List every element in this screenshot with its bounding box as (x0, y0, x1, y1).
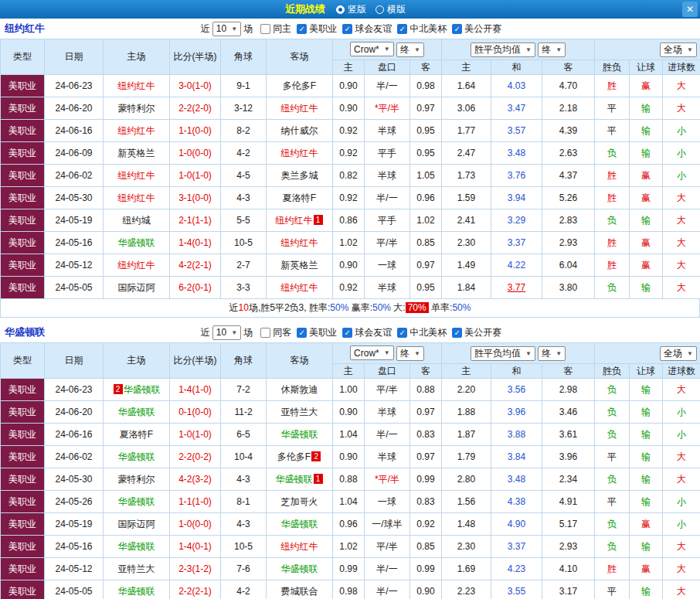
same-home-checkbox[interactable]: 同主 (260, 22, 291, 36)
euro-home-odds-cell: 1.56 (442, 491, 491, 513)
summary-part: 赢率: (348, 302, 372, 313)
score-cell: 4-2(3-2) (170, 468, 221, 491)
sub-col-header: 进球数 (663, 60, 700, 75)
scope-header: 全场▼ (595, 343, 700, 364)
match-date-cell: 24-05-30 (45, 468, 104, 491)
league-type-cell: 美职业 (1, 536, 45, 558)
match-date-cell: 24-05-05 (45, 580, 104, 599)
chevron-down-icon: ▼ (556, 350, 562, 357)
ah-home-odds-cell: 0.90 (333, 401, 365, 424)
league-checkbox-open-cup[interactable]: 美公开赛 (452, 326, 501, 339)
chevron-down-icon: ▼ (231, 329, 237, 336)
sub-col-header: 客 (542, 60, 595, 75)
ah-home-odds-cell: 0.96 (333, 513, 365, 536)
ah-line-cell: 半/一 (365, 580, 410, 599)
home-team-cell: 国际迈阿 (104, 513, 170, 536)
over-under-cell: 大 (663, 232, 700, 254)
league-checkbox-concacaf[interactable]: 中北美杯 (397, 22, 447, 36)
checkbox-label: 球会友谊 (355, 326, 392, 339)
over-under-cell: 小 (663, 401, 700, 424)
match-count-select[interactable]: 10 ▼ (212, 22, 241, 36)
handicap-result-cell: 赢 (630, 187, 663, 209)
corner-cell: 4-3 (221, 187, 267, 209)
sub-col-header: 主 (442, 60, 491, 75)
over-under-cell: 大 (663, 209, 700, 232)
games-label: 场 (243, 22, 253, 36)
ah-away-odds-cell: 0.97 (410, 401, 442, 424)
league-checkbox-friendly[interactable]: 球会友谊 (342, 326, 392, 339)
away-team-cell: 奥兰多城 (267, 165, 333, 187)
win-draw-loss-cell: 胜 (595, 187, 630, 209)
ah-home-odds-cell: 1.02 (333, 232, 365, 254)
odds-provider-select[interactable]: Crow*▼ (350, 42, 394, 56)
league-checkbox-concacaf[interactable]: 中北美杯 (397, 326, 447, 339)
corner-cell: 9-1 (221, 75, 267, 97)
euro-draw-odds-cell: 3.56 (491, 379, 542, 401)
team-name: 华盛顿联 (281, 429, 318, 440)
sub-col-header: 进球数 (663, 364, 700, 379)
over-under-cell: 大 (663, 254, 700, 277)
scope-select[interactable]: 全场▼ (660, 43, 697, 57)
summary-part: 场,胜5平2负3, 胜率: (249, 302, 330, 313)
table-row: 美职业24-06-02纽约红牛1-0(1-0)4-5奥兰多城0.82半球1.05… (1, 165, 700, 187)
odds-final-select[interactable]: 终▼ (396, 346, 424, 361)
results-table: 类型 日期 主场 比分(半场) 角球 客场 Crow*▼ 终▼ 胜平负均值▼ 终… (0, 39, 700, 299)
league-checkbox-friendly[interactable]: 球会友谊 (342, 22, 392, 36)
euro-draw-odds-cell: 3.57 (491, 120, 542, 142)
euro-away-odds-cell: 5.17 (542, 513, 595, 536)
over-under-cell: 大 (663, 580, 700, 599)
handicap-result-cell: 赢 (630, 165, 663, 187)
layout-radio-vertical[interactable]: 竖版 (336, 3, 366, 16)
radio-label: 竖版 (348, 3, 366, 16)
over-under-cell: 小 (663, 142, 700, 165)
odds-final-select[interactable]: 终▼ (396, 43, 424, 57)
score-cell: 4-2(2-1) (170, 254, 221, 277)
euro-final-select[interactable]: 终▼ (538, 346, 566, 361)
close-button[interactable]: ✕ (682, 2, 698, 17)
win-draw-loss-cell: 胜 (595, 232, 630, 254)
ah-away-odds-cell: 0.96 (410, 187, 442, 209)
ah-away-odds-cell: 0.83 (410, 491, 442, 513)
over-under-cell: 小 (663, 424, 700, 446)
euro-home-odds-cell: 2.20 (442, 379, 491, 401)
scope-select[interactable]: 全场▼ (660, 346, 697, 361)
ah-home-odds-cell: 0.92 (333, 277, 365, 299)
summary-part: 大: (391, 302, 406, 313)
chevron-down-icon: ▼ (525, 350, 532, 357)
euro-away-odds-cell: 4.70 (542, 75, 595, 97)
home-team-cell: 蒙特利尔 (104, 468, 170, 491)
chevron-down-icon: ▼ (384, 46, 390, 53)
checkbox-icon (260, 328, 270, 338)
euro-away-odds-cell: 5.26 (542, 187, 595, 209)
euro-provider-select[interactable]: 胜平负均值▼ (471, 346, 535, 361)
table-row: 美职业24-05-30纽约红牛3-1(0-0)4-3夏洛特F0.92半/一0.9… (1, 187, 700, 209)
col-home: 主场 (104, 39, 170, 75)
team-name: 亚特兰大 (118, 563, 155, 574)
euro-home-odds-cell: 1.69 (442, 558, 491, 580)
match-date-cell: 24-06-23 (45, 379, 104, 401)
handicap-result-cell: 赢 (630, 232, 663, 254)
win-draw-loss-cell: 平 (595, 491, 630, 513)
league-checkbox-mls[interactable]: 美职业 (297, 326, 337, 339)
match-date-cell: 24-05-12 (45, 254, 104, 277)
ah-home-odds-cell: 0.92 (333, 120, 365, 142)
col-away: 客场 (267, 39, 333, 75)
match-count-select[interactable]: 10 ▼ (212, 325, 241, 340)
col-score: 比分(半场) (170, 343, 221, 379)
euro-draw-odds-cell: 3.37 (491, 232, 542, 254)
corner-cell: 5-5 (221, 209, 267, 232)
euro-provider-select[interactable]: 胜平负均值▼ (471, 43, 535, 57)
league-checkbox-mls[interactable]: 美职业 (297, 22, 337, 36)
team-name-title: 纽约红牛 (5, 19, 45, 39)
euro-final-select[interactable]: 终▼ (538, 43, 566, 57)
window-title: 近期战绩 (285, 2, 325, 16)
layout-radio-horizontal[interactable]: 横版 (375, 3, 406, 16)
team-name: 芝加哥火 (281, 496, 318, 507)
same-away-checkbox[interactable]: 同客 (260, 326, 291, 339)
chevron-down-icon: ▼ (687, 46, 693, 53)
ah-line-cell: 半球 (365, 401, 410, 424)
section-new-york-red-bulls: 纽约红牛 近 10 ▼ 场 同主 美职业 球会友谊 中北美杯 (0, 19, 700, 318)
odds-provider-select[interactable]: Crow*▼ (350, 345, 394, 360)
chevron-down-icon: ▼ (687, 350, 693, 357)
league-checkbox-open-cup[interactable]: 美公开赛 (452, 22, 501, 36)
